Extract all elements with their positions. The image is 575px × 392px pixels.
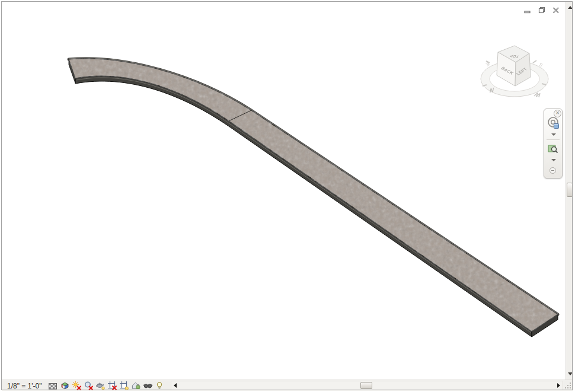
scroll-up-arrow-icon[interactable] (568, 6, 573, 9)
restore-button[interactable] (536, 5, 547, 15)
scroll-down-arrow-icon[interactable] (568, 372, 573, 375)
visual-style-icon[interactable] (60, 381, 70, 391)
vertical-scrollbar[interactable] (566, 2, 573, 380)
window-controls (522, 5, 561, 15)
ramp-near-side-face (75, 76, 532, 337)
scroll-left-arrow-icon[interactable] (174, 383, 177, 388)
compass-south[interactable]: S (538, 61, 544, 68)
scroll-right-arrow-icon[interactable] (557, 383, 560, 388)
zoom-icon (548, 144, 559, 155)
temporary-hide-isolate-icon[interactable] (143, 381, 153, 391)
full-navigation-wheel-icon (547, 116, 561, 130)
revit-3d-view-window: N W E S TOP BACK LEFT ✕ (0, 0, 575, 392)
zoom-dropdown-caret[interactable] (551, 159, 556, 161)
horizontal-scrollbar[interactable] (171, 381, 563, 390)
close-icon (552, 6, 560, 14)
navigation-bar: ✕ (544, 109, 563, 179)
unlocked-3d-view-icon[interactable] (131, 381, 141, 391)
resize-grip-icon (564, 381, 573, 390)
horizontal-scrollbar-thumb[interactable] (360, 382, 372, 389)
close-button[interactable] (551, 5, 561, 15)
view-scale-button[interactable]: 1/8" = 1'-0" (7, 382, 46, 390)
restore-icon (538, 6, 546, 14)
sun-path-off-icon[interactable] (72, 381, 82, 391)
detail-level-icon[interactable] (48, 381, 58, 391)
resize-grip[interactable] (564, 381, 573, 390)
navbar-minimize-icon[interactable] (550, 167, 556, 174)
navbar-separator (547, 139, 560, 140)
bottom-bar: 1/8" = 1'-0" (2, 380, 573, 391)
full-navigation-wheel-button[interactable] (547, 116, 561, 133)
minimize-icon (523, 6, 532, 14)
compass-east[interactable]: E (484, 61, 490, 68)
crop-view-off-icon[interactable] (107, 381, 117, 391)
show-rendering-dialog-icon[interactable] (95, 381, 106, 391)
minimize-button[interactable] (522, 5, 533, 15)
viewcube[interactable]: N W E S TOP BACK LEFT (479, 42, 553, 101)
vertical-scrollbar-thumb[interactable] (567, 183, 573, 197)
zoom-tool-button[interactable] (548, 144, 559, 157)
show-crop-region-icon[interactable] (119, 381, 129, 391)
view-control-bar: 1/8" = 1'-0" (2, 380, 165, 391)
shadows-off-icon[interactable] (84, 381, 94, 391)
drawing-canvas[interactable]: N W E S TOP BACK LEFT ✕ (2, 2, 566, 380)
reveal-hidden-elements-icon[interactable] (155, 381, 165, 391)
wheel-dropdown-caret[interactable] (551, 133, 556, 136)
ramp-near-side-highlight (76, 78, 531, 333)
